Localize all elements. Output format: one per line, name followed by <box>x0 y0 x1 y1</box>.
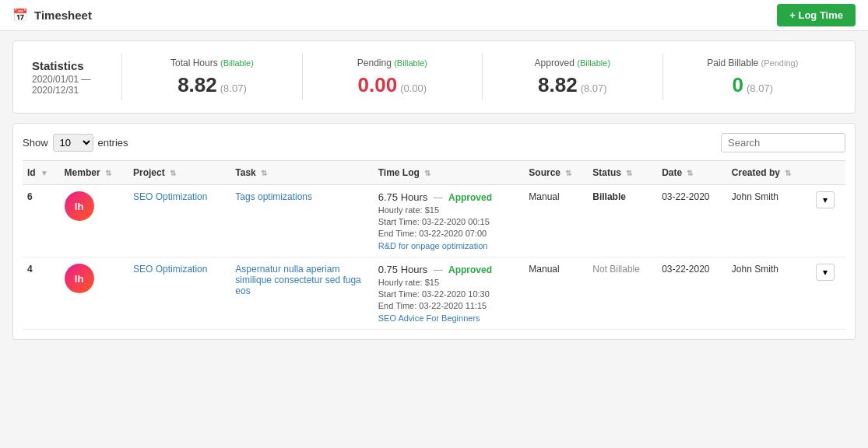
project-link[interactable]: SEO Optimization <box>133 264 207 275</box>
start-time: Start Time: 03-22-2020 00:15 <box>378 217 520 226</box>
total-hours-value: 8.82 <box>177 73 217 97</box>
pending-value: 0.00 <box>358 73 398 97</box>
sort-icon-status: ⇅ <box>626 169 632 177</box>
cell-member: lh <box>60 185 128 257</box>
cell-id: 4 <box>23 257 60 330</box>
statistics-title: Statistics <box>32 59 115 72</box>
app-title: Timesheet <box>34 9 92 22</box>
paid-billable-value: 0 <box>733 73 743 97</box>
entries-label: entries <box>98 137 128 149</box>
cell-status: Billable <box>588 185 657 257</box>
sort-icon-source: ⇅ <box>565 169 571 177</box>
row-dropdown-button[interactable]: ▾ <box>816 264 835 281</box>
cell-status: Not Billable <box>588 257 657 330</box>
entries-select[interactable]: 10 25 50 100 <box>53 134 93 152</box>
approved-sub: (8.07) <box>581 82 607 94</box>
member-initials: lh <box>75 201 84 212</box>
cell-date: 03-22-2020 <box>657 257 727 330</box>
cell-timelog: 0.75 Hours — Approved Hourly rate: $15 S… <box>374 257 525 330</box>
col-id[interactable]: Id ▼ <box>23 161 60 185</box>
cell-created-by: John Smith <box>727 257 811 330</box>
stats-divider-1 <box>121 54 122 100</box>
time-hours: 0.75 Hours <box>378 264 428 275</box>
sort-icon-task: ⇅ <box>261 169 267 177</box>
app-header: 📅 Timesheet + Log Time <box>0 0 868 31</box>
cell-source: Manual <box>524 257 588 330</box>
cell-id: 6 <box>23 185 60 257</box>
timesheet-table: Id ▼ Member ⇅ Project ⇅ Task ⇅ Time Log … <box>23 160 845 330</box>
search-input[interactable] <box>721 133 845 152</box>
stats-divider-2 <box>302 54 303 100</box>
cell-dropdown: ▾ <box>811 185 845 257</box>
status-badge: Not Billable <box>592 264 640 275</box>
cell-project: SEO Optimization <box>128 185 230 257</box>
app-title-area: 📅 Timesheet <box>12 8 92 23</box>
table-controls: Show 10 25 50 100 entries <box>23 133 845 152</box>
time-note: SEO Advice For Beginners <box>378 313 520 323</box>
member-avatar: lh <box>65 264 94 293</box>
col-date[interactable]: Date ⇅ <box>657 161 727 185</box>
stats-divider-4 <box>662 54 663 100</box>
table-body: 6 lh SEO Optimization Tags optimizations… <box>23 185 845 330</box>
statistics-date-range: 2020/01/01 — 2020/12/31 <box>32 74 115 96</box>
total-hours-block: Total Hours (Billable) 8.82 (8.07) <box>128 58 295 97</box>
paid-billable-label: Paid Billable (Pending) <box>669 58 836 68</box>
time-hours-line: 0.75 Hours — Approved <box>378 264 520 275</box>
cell-source: Manual <box>524 185 588 257</box>
time-hours: 6.75 Hours <box>378 191 428 203</box>
cell-timelog: 6.75 Hours — Approved Hourly rate: $15 S… <box>374 185 525 257</box>
statistics-block: Statistics 2020/01/01 — 2020/12/31 <box>32 59 115 96</box>
cell-dropdown: ▾ <box>811 257 845 330</box>
sort-icon-date: ⇅ <box>687 169 693 177</box>
log-time-button[interactable]: + Log Time <box>777 4 856 26</box>
sort-icon-project: ⇅ <box>170 169 176 177</box>
sort-icon-created-by: ⇅ <box>785 169 791 177</box>
status-badge: Billable <box>592 191 626 202</box>
total-hours-sub: (8.07) <box>220 82 247 94</box>
table-row: 6 lh SEO Optimization Tags optimizations… <box>23 185 845 257</box>
sort-icon-id: ▼ <box>40 169 48 177</box>
task-link[interactable]: Tags optimizations <box>235 191 312 202</box>
approved-block: Approved (Billable) 8.82 (8.07) <box>489 58 655 97</box>
stats-divider-3 <box>482 54 483 100</box>
hourly-rate: Hourly rate: $15 <box>378 278 520 287</box>
cell-date: 03-22-2020 <box>657 185 727 257</box>
table-header-row: Id ▼ Member ⇅ Project ⇅ Task ⇅ Time Log … <box>23 161 845 185</box>
col-project[interactable]: Project ⇅ <box>128 161 230 185</box>
col-timelog[interactable]: Time Log ⇅ <box>374 161 525 185</box>
pending-sub: (0.00) <box>400 82 427 94</box>
cell-created-by: John Smith <box>727 185 811 257</box>
cell-member: lh <box>60 257 128 330</box>
time-note: R&D for onpage optimization <box>378 241 520 250</box>
member-initials: lh <box>75 273 84 285</box>
task-link[interactable]: Aspernatur nulla aperiam similique conse… <box>235 264 360 296</box>
sort-icon-timelog: ⇅ <box>424 169 430 177</box>
end-time: End Time: 03-22-2020 07:00 <box>378 229 520 238</box>
approved-value: 8.82 <box>538 73 578 97</box>
col-status[interactable]: Status ⇅ <box>588 161 657 185</box>
start-time: Start Time: 03-22-2020 10:30 <box>378 289 520 299</box>
col-source[interactable]: Source ⇅ <box>524 161 588 185</box>
pending-label: Pending (Billable) <box>309 58 476 68</box>
paid-billable-sub: (8.07) <box>747 82 773 94</box>
approved-label: Approved (Billable) <box>489 58 655 68</box>
project-link[interactable]: SEO Optimization <box>133 191 207 202</box>
table-row: 4 lh SEO Optimization Aspernatur nulla a… <box>23 257 845 330</box>
end-time: End Time: 03-22-2020 11:15 <box>378 301 520 310</box>
statistics-card: Statistics 2020/01/01 — 2020/12/31 Total… <box>12 40 856 114</box>
col-task[interactable]: Task ⇅ <box>230 161 373 185</box>
cell-task: Tags optimizations <box>230 185 373 257</box>
time-status: Approved <box>448 264 492 275</box>
table-section: Show 10 25 50 100 entries Id ▼ Member ⇅ … <box>12 123 856 340</box>
hourly-rate: Hourly rate: $15 <box>378 205 520 215</box>
row-dropdown-button[interactable]: ▾ <box>816 191 835 208</box>
member-avatar: lh <box>65 191 94 221</box>
col-actions <box>811 161 845 185</box>
show-label: Show <box>23 137 48 149</box>
time-hours-line: 6.75 Hours — Approved <box>378 191 520 203</box>
sort-icon-member: ⇅ <box>105 169 111 177</box>
col-created-by[interactable]: Created by ⇅ <box>727 161 811 185</box>
calendar-icon: 📅 <box>12 8 28 23</box>
paid-billable-block: Paid Billable (Pending) 0 (8.07) <box>669 58 836 97</box>
col-member[interactable]: Member ⇅ <box>60 161 128 185</box>
